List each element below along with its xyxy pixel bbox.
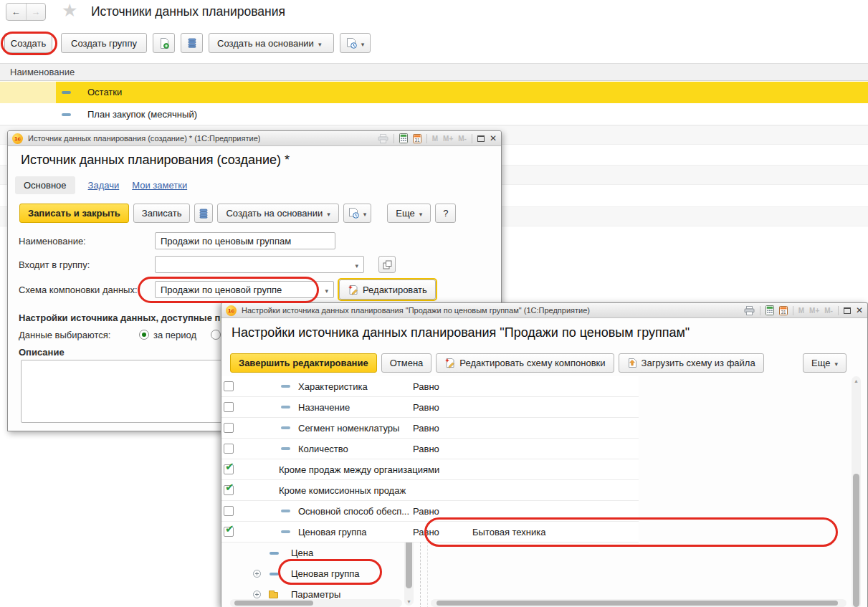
scrollbar-thumb[interactable] [853,474,859,607]
create-based-on-button[interactable]: Создать на основании [217,204,338,223]
condition-operator: Равно [413,527,439,537]
create-based-on-label: Создать на основании [217,38,314,49]
scroll-up-icon[interactable] [854,378,859,383]
memory-button-m-minus[interactable]: M- [458,135,467,143]
back-arrow-button[interactable] [6,4,27,20]
conditions-vertical-scrollbar[interactable] [852,376,861,607]
checkbox[interactable] [224,444,234,454]
dash-icon [62,113,71,116]
svg-text:31: 31 [414,138,420,143]
close-button[interactable] [856,306,863,315]
name-input[interactable]: Продажи по ценовым группам [155,232,335,249]
database-stack-icon [199,209,208,219]
calculator-icon[interactable] [766,305,774,315]
separator [838,306,839,315]
open-group-button[interactable] [378,256,396,273]
1c-logo-icon [12,133,23,144]
new-document-button[interactable] [153,33,175,53]
document-history-button[interactable] [340,33,371,53]
condition-row[interactable]: НазначениеРавно [221,397,639,418]
radio-alt-option[interactable] [211,330,221,340]
forward-arrow-button[interactable] [27,4,46,20]
save-button[interactable]: Записать [133,204,191,223]
group-input[interactable] [155,256,364,273]
checkbox[interactable] [224,506,234,516]
memory-button-m-minus[interactable]: M- [824,307,833,315]
maximize-button[interactable] [844,307,851,314]
calendar-icon[interactable]: 31 [779,305,788,315]
tab-tasks[interactable]: Задачи [88,180,120,191]
expand-plus-icon[interactable] [253,570,261,578]
combo-chevron-icon[interactable] [350,259,358,270]
close-button[interactable] [490,134,497,143]
edit-composition-scheme-button[interactable]: Редактировать схему компоновки [436,353,614,373]
scheme-input-value: Продажи по ценовой группе [161,285,282,295]
checkbox[interactable] [224,402,234,412]
favorite-star-icon[interactable] [62,0,77,21]
condition-row[interactable]: Кроме комиссионных продаж [221,480,639,501]
condition-row[interactable]: КоличествоРавно [221,439,639,459]
tree-horizontal-scrollbar[interactable] [230,599,402,607]
printer-icon[interactable] [744,306,755,315]
list-row[interactable]: План закупок (месячный) [0,105,868,125]
scheme-input[interactable]: Продажи по ценовой группе [155,281,334,298]
edit-composition-scheme-label: Редактировать схему компоновки [459,358,605,368]
create-group-button[interactable]: Создать группу [61,33,147,53]
document-history-button[interactable] [343,204,372,223]
memory-button-m[interactable]: M [798,307,804,315]
memory-button-m[interactable]: M [432,135,438,143]
scrollbar-thumb[interactable] [437,601,838,606]
radio-for-period[interactable] [139,330,149,340]
help-button[interactable]: ? [435,204,456,223]
edit-scheme-button[interactable]: Редактировать [339,279,436,300]
cancel-button[interactable]: Отмена [381,353,432,373]
condition-row[interactable]: Ценовая группаРавноБытовая техника [221,522,639,543]
chevron-down-icon [318,38,322,49]
list-row[interactable]: Остатки [0,82,868,104]
list-header[interactable]: Наименование [0,63,868,81]
combo-chevron-icon[interactable] [320,285,328,295]
checkbox[interactable] [224,464,234,474]
condition-row[interactable]: Сегмент номенклатурыРавно [221,418,639,439]
calendar-icon[interactable]: 31 [413,133,421,143]
memory-button-m-plus[interactable]: M+ [443,135,453,143]
load-scheme-button[interactable]: Загрузить схему из файла [619,353,764,373]
tab-notes[interactable]: Мои заметки [132,180,187,191]
check-icon [225,522,234,535]
dash-icon [281,426,290,429]
more-button[interactable]: Еще [803,353,846,373]
condition-row[interactable]: Основной способ обесп...Равно [221,501,639,522]
scroll-down-icon[interactable] [406,599,411,604]
scrollbar-thumb[interactable] [234,601,313,606]
checkbox[interactable] [224,527,234,537]
finish-editing-button[interactable]: Завершить редактирование [230,353,377,373]
list-database-button[interactable] [194,204,213,223]
checkbox[interactable] [224,381,234,391]
create-button[interactable]: Создать [4,33,52,53]
condition-row[interactable]: ХарактеристикаРавно [221,376,639,397]
cancel-label: Отмена [390,358,424,368]
separator [760,306,760,315]
checkbox[interactable] [224,485,234,495]
tab-main[interactable]: Основное [15,176,75,194]
condition-row[interactable]: Кроме продаж между организациями [221,459,639,480]
save-and-close-button[interactable]: Записать и закрыть [19,204,129,223]
window-titlebar[interactable]: Источник данных планирования (создание) … [8,131,501,146]
window-titlebar[interactable]: Настройки источника данных планирования … [221,303,867,318]
more-button[interactable]: Еще [387,204,431,223]
conditions-horizontal-scrollbar[interactable] [431,599,846,607]
list-database-button[interactable] [181,33,203,53]
tree-item[interactable]: Цена [221,543,402,563]
open-link-icon [383,260,392,269]
checkbox[interactable] [224,423,234,433]
create-based-on-button[interactable]: Создать на основании [209,33,334,53]
printer-icon[interactable] [378,134,388,143]
screen: Источники данных планирования Создать Со… [0,0,868,607]
expand-plus-icon[interactable] [253,591,261,598]
memory-button-m-plus[interactable]: M+ [809,307,819,315]
database-stack-icon [188,38,196,48]
maximize-button[interactable] [477,135,485,142]
window-controls: 31MM+M- [378,133,497,143]
tree-item[interactable]: Ценовая группа [221,563,402,584]
calculator-icon[interactable] [399,133,408,143]
